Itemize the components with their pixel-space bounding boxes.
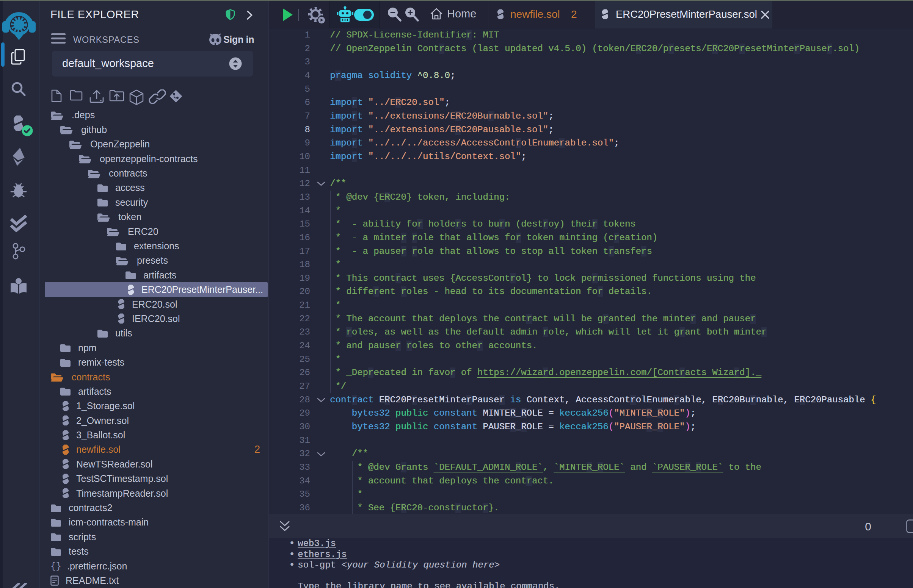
svg-text:{}: {} — [50, 561, 62, 571]
